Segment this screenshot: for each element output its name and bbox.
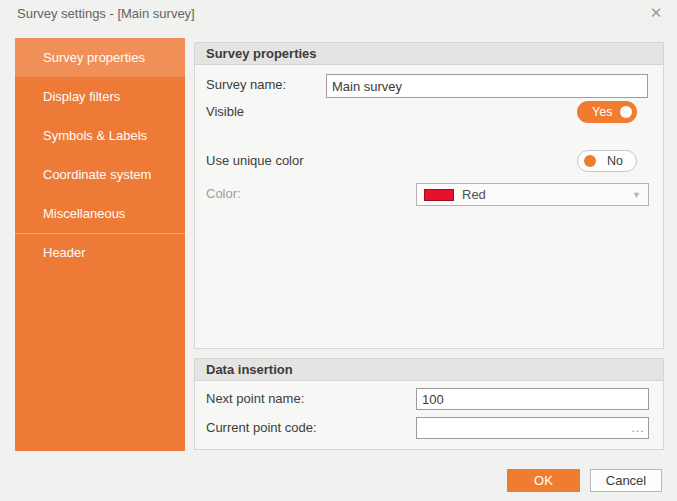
- color-label: Color:: [206, 183, 241, 205]
- toggle-knob-icon: [584, 155, 596, 167]
- sidebar-item-miscellaneous[interactable]: Miscellaneous: [15, 194, 185, 233]
- survey-name-input[interactable]: [326, 74, 648, 98]
- close-icon[interactable]: ✕: [645, 2, 667, 24]
- color-dropdown[interactable]: Red ▼: [416, 183, 649, 206]
- visible-toggle-label: Yes: [592, 101, 612, 123]
- current-point-code-input[interactable]: [417, 418, 628, 438]
- toggle-knob-icon: [620, 106, 632, 118]
- sidebar-item-header[interactable]: Header: [15, 233, 185, 271]
- next-point-name-input[interactable]: [416, 388, 649, 410]
- visible-toggle[interactable]: Yes: [577, 101, 637, 123]
- color-swatch-icon: [424, 189, 454, 201]
- data-insertion-group: Data insertion Next point name: Current …: [194, 358, 664, 450]
- use-unique-color-toggle-label: No: [607, 151, 623, 171]
- next-point-name-label: Next point name:: [206, 388, 304, 410]
- browse-ellipsis-button[interactable]: ...: [628, 418, 648, 438]
- sidebar-item-symbols-labels[interactable]: Symbols & Labels: [15, 116, 185, 155]
- cancel-button[interactable]: Cancel: [590, 469, 662, 492]
- survey-name-label: Survey name:: [206, 74, 286, 96]
- sidebar-item-coordinate-system[interactable]: Coordinate system: [15, 155, 185, 194]
- data-insertion-group-title: Data insertion: [195, 359, 663, 381]
- chevron-down-icon: ▼: [632, 190, 641, 200]
- window-title: Survey settings - [Main survey]: [17, 6, 195, 21]
- current-point-code-field: ...: [416, 417, 649, 439]
- color-dropdown-value: Red: [462, 187, 632, 202]
- ok-button[interactable]: OK: [507, 469, 580, 492]
- survey-properties-group: Survey properties Survey name: Visible Y…: [194, 42, 664, 349]
- settings-sidebar: Survey properties Display filters Symbol…: [15, 38, 185, 451]
- visible-label: Visible: [206, 101, 244, 123]
- use-unique-color-label: Use unique color: [206, 150, 304, 172]
- use-unique-color-toggle[interactable]: No: [577, 150, 637, 172]
- survey-properties-group-title: Survey properties: [195, 43, 663, 65]
- sidebar-item-survey-properties[interactable]: Survey properties: [15, 38, 185, 77]
- current-point-code-label: Current point code:: [206, 417, 317, 439]
- sidebar-item-display-filters[interactable]: Display filters: [15, 77, 185, 116]
